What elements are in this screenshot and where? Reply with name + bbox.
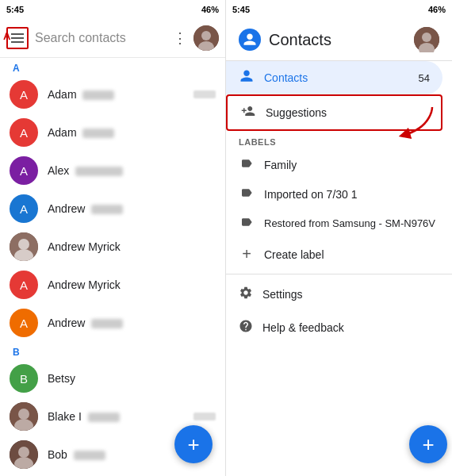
right-time: 5:45 [232, 5, 250, 14]
svg-point-7 [18, 239, 29, 250]
avatar: A [10, 156, 38, 185]
label-restored-text: Restored from Samsung - SM-N976V [264, 217, 435, 229]
settings-item[interactable]: Settings [226, 278, 452, 311]
svg-rect-2 [11, 41, 24, 43]
add-contact-fab[interactable]: + [174, 425, 213, 463]
help-item[interactable]: Help & feedback [226, 311, 452, 344]
more-options-icon[interactable]: ⋮ [173, 29, 187, 47]
contact-name: Andrew [48, 317, 216, 329]
right-panel: 5:45 46% Contacts Contacts 54 [226, 0, 452, 476]
label-family-icon [239, 157, 255, 172]
create-label-icon: + [239, 245, 255, 263]
contacts-badge: 54 [419, 72, 430, 84]
page-title: Contacts [269, 31, 406, 49]
settings-icon [239, 286, 253, 303]
svg-point-10 [18, 409, 29, 420]
contacts-list: A A Adam A Adam A Alex A Andrew [0, 58, 225, 476]
search-bar: A Search contacts ⋮ [0, 19, 225, 58]
suggestion-arrow [389, 103, 436, 147]
avatar: B [10, 364, 38, 393]
divider [226, 274, 452, 274]
contact-name: Andrew Myrick [48, 240, 216, 253]
list-item[interactable]: Andrew Myrick [0, 228, 225, 266]
label-imported-text: Imported on 7/30 1 [264, 188, 358, 201]
svg-rect-0 [11, 33, 24, 35]
label-family[interactable]: Family [226, 150, 452, 179]
contact-name: Betsy [48, 372, 216, 385]
create-label-item[interactable]: + Create label [226, 238, 452, 271]
contacts-app-icon [239, 29, 261, 51]
svg-point-19 [422, 33, 431, 42]
contact-name: Alex [48, 164, 216, 177]
suggestions-nav-label: Suggestions [266, 106, 327, 119]
create-label-text: Create label [264, 248, 324, 261]
help-label: Help & feedback [262, 321, 344, 334]
avatar: A [10, 118, 38, 147]
list-item[interactable]: A Alex [0, 152, 225, 190]
avatar: A [10, 271, 38, 299]
left-status-bar: 5:45 46% [0, 0, 225, 19]
avatar [10, 402, 38, 431]
add-contact-fab-right[interactable]: + [409, 425, 447, 463]
list-item[interactable]: A Adam [0, 113, 225, 152]
list-item[interactable]: A Adam [0, 75, 225, 113]
person-icon [239, 69, 255, 86]
label-family-text: Family [264, 159, 297, 171]
avatar: A [10, 309, 38, 337]
svg-point-4 [201, 31, 211, 40]
search-input[interactable]: Search contacts [35, 31, 167, 45]
label-restored[interactable]: Restored from Samsung - SM-N976V [226, 209, 452, 238]
right-status-bar: 5:45 46% [226, 0, 452, 19]
label-imported-icon [239, 186, 255, 202]
right-battery: 46% [428, 5, 446, 14]
help-icon [239, 319, 253, 336]
contacts-nav-label: Contacts [264, 71, 308, 84]
section-a-label: A [0, 58, 225, 75]
list-item[interactable]: B Betsy [0, 359, 225, 397]
right-status-icons: 46% [428, 5, 446, 14]
contact-name: Adam [48, 88, 184, 101]
list-item[interactable]: A Andrew [0, 190, 225, 228]
contact-name: Blake I [48, 410, 184, 423]
svg-point-13 [18, 447, 29, 458]
left-panel: 5:45 46% A Search contacts ⋮ A [0, 0, 226, 476]
contact-name: Andrew Myrick [48, 278, 216, 291]
left-time: 5:45 [6, 5, 24, 14]
left-battery: 46% [201, 5, 219, 14]
nav-item-contacts[interactable]: Contacts 54 [226, 61, 442, 94]
section-b-label: B [0, 342, 225, 359]
list-item[interactable]: A Andrew [0, 304, 225, 342]
avatar: A [10, 194, 38, 223]
label-restored-icon [239, 216, 255, 231]
svg-rect-1 [11, 37, 24, 39]
avatar [10, 232, 38, 261]
avatar: A [10, 80, 38, 109]
person-add-icon [240, 104, 256, 121]
left-status-icons: 46% [201, 5, 219, 14]
user-avatar-right[interactable] [414, 27, 439, 52]
list-item[interactable]: A Andrew Myrick [0, 266, 225, 304]
annotation-a: A [3, 30, 10, 42]
contact-name: Andrew [48, 202, 216, 215]
right-header: Contacts [226, 19, 452, 61]
contact-name: Adam [48, 126, 216, 139]
avatar [10, 440, 38, 469]
user-avatar-left[interactable] [193, 25, 219, 51]
label-imported[interactable]: Imported on 7/30 1 [226, 179, 452, 209]
settings-label: Settings [262, 288, 303, 301]
